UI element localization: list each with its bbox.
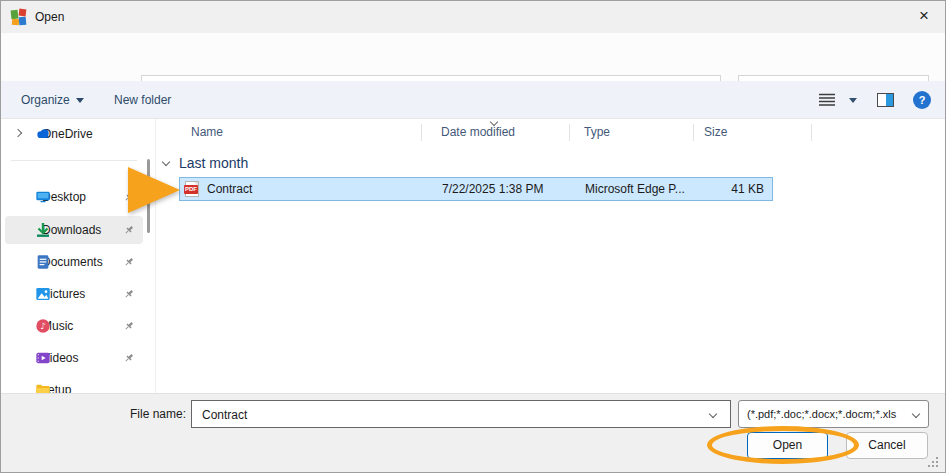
help-icon[interactable]: ? [913, 91, 931, 109]
sidebar-item-desktop[interactable]: Desktop [5, 183, 143, 211]
sidebar-item-setup[interactable]: setup [5, 376, 143, 393]
sidebar-divider [11, 160, 137, 161]
downloads-icon [35, 222, 51, 238]
group-collapse-chevron-icon[interactable] [162, 158, 170, 166]
pin-icon [123, 320, 135, 332]
pdf-file-icon: PDF [185, 181, 199, 197]
title-bar: Open × [1, 1, 945, 33]
file-date-cell: 7/22/2025 1:38 PM [442, 178, 543, 200]
column-divider[interactable] [569, 124, 570, 141]
file-size-cell: 41 KB [678, 178, 764, 200]
resize-grip[interactable] [927, 456, 940, 469]
file-name-combo[interactable] [191, 400, 731, 428]
file-name-label: File name: [86, 400, 186, 428]
column-header-date-modified[interactable]: Date modified [441, 123, 515, 141]
file-type-chevron-icon [912, 410, 920, 418]
navigation-bar: Downloads [1, 33, 945, 81]
sidebar-item-music[interactable]: ♪ Music [5, 312, 143, 340]
pictures-icon [35, 286, 51, 302]
organize-button[interactable]: Organize [21, 81, 84, 119]
sidebar-item-pictures[interactable]: Pictures [5, 280, 143, 308]
sidebar-item-label: Documents [42, 255, 103, 269]
close-icon[interactable]: × [903, 1, 945, 33]
open-file-dialog: Open × Downloads Organize New folder ? O… [0, 0, 946, 473]
file-row-contract[interactable]: PDF Contract 7/22/2025 1:38 PM Microsoft… [179, 177, 773, 201]
organize-caret-icon [76, 98, 84, 103]
onedrive-cloud-icon [35, 126, 51, 142]
pin-icon [123, 288, 135, 300]
file-type-select[interactable]: (*.pdf;*.doc;*.docx;*.docm;*.xls [738, 400, 929, 428]
pin-icon [123, 224, 135, 236]
organize-label: Organize [21, 93, 70, 107]
pdf-badge: PDF [184, 185, 198, 194]
annotation-ellipse [707, 426, 859, 464]
preview-pane-icon[interactable] [877, 93, 894, 107]
pin-icon [123, 256, 135, 268]
app-logo-icon [11, 9, 27, 25]
view-mode-caret-icon[interactable] [849, 98, 857, 103]
file-type-cell: Microsoft Edge P... [585, 178, 685, 200]
column-divider[interactable] [421, 124, 422, 141]
svg-text:♪: ♪ [40, 321, 46, 331]
music-icon: ♪ [35, 318, 51, 334]
sidebar-item-onedrive[interactable]: OneDrive [5, 120, 143, 148]
group-label: Last month [179, 153, 248, 173]
column-header-size[interactable]: Size [704, 123, 727, 141]
column-header-type[interactable]: Type [584, 123, 610, 141]
dialog-content: OneDrive Desktop Downloads Documents Pic… [1, 119, 946, 393]
annotation-arrow [128, 167, 180, 213]
file-type-value: (*.pdf;*.doc;*.docx;*.docm;*.xls [747, 401, 896, 427]
new-folder-label: New folder [114, 93, 171, 107]
sidebar-item-downloads[interactable]: Downloads [5, 216, 143, 244]
sidebar-separator [155, 119, 156, 393]
new-folder-button[interactable]: New folder [114, 81, 171, 119]
column-divider[interactable] [811, 124, 812, 141]
view-mode-icon[interactable] [819, 93, 835, 107]
desktop-icon [35, 189, 51, 205]
sidebar-item-documents[interactable]: Documents [5, 248, 143, 276]
window-title: Open [35, 1, 64, 33]
documents-icon [35, 254, 51, 270]
column-divider[interactable] [693, 124, 694, 141]
file-name-dropdown-chevron-icon[interactable] [709, 410, 717, 418]
sidebar-item-videos[interactable]: Videos [5, 344, 143, 372]
column-header-name[interactable]: Name [191, 123, 223, 141]
videos-icon [35, 350, 51, 366]
file-name-input[interactable] [200, 403, 704, 427]
pin-icon [123, 352, 135, 364]
folder-icon [35, 382, 51, 393]
file-name-cell: Contract [207, 178, 252, 200]
